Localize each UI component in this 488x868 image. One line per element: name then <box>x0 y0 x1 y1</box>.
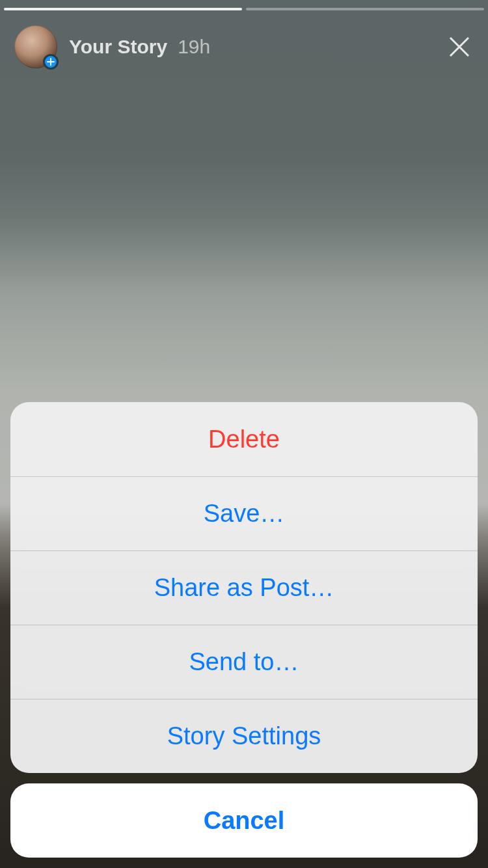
story-progress-segment <box>246 8 484 10</box>
close-icon <box>446 34 472 60</box>
story-timestamp: 19h <box>178 36 210 58</box>
story-header: Your Story 19h <box>0 22 488 72</box>
close-button[interactable] <box>444 31 475 62</box>
story-progress-track <box>4 8 484 10</box>
action-delete[interactable]: Delete <box>10 402 478 476</box>
cancel-button[interactable]: Cancel <box>10 783 478 858</box>
action-sheet: Delete Save… Share as Post… Send to… Sto… <box>10 402 478 858</box>
avatar-container[interactable] <box>14 25 57 68</box>
add-to-story-badge[interactable] <box>43 54 59 70</box>
story-progress-fill <box>4 8 242 10</box>
story-viewer: Your Story 19h Delete Save… Share as Pos… <box>0 0 488 868</box>
story-progress-segment <box>4 8 242 10</box>
story-title: Your Story <box>69 36 167 58</box>
action-save[interactable]: Save… <box>10 476 478 550</box>
action-story-settings[interactable]: Story Settings <box>10 699 478 773</box>
action-share-as-post[interactable]: Share as Post… <box>10 550 478 625</box>
plus-icon <box>47 58 55 66</box>
action-send-to[interactable]: Send to… <box>10 625 478 699</box>
action-sheet-cancel-group: Cancel <box>10 783 478 858</box>
action-sheet-group: Delete Save… Share as Post… Send to… Sto… <box>10 402 478 773</box>
